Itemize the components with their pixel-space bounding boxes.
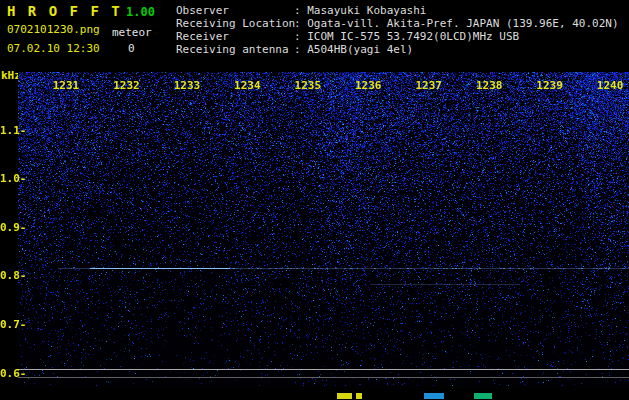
info-value: : Ogata-vill. Akita-Pref. JAPAN (139.96E… — [294, 17, 619, 30]
info-value: : ICOM IC-575 53.7492(0LCD)MHz USB — [294, 30, 519, 43]
x-tick-label: 1238 — [476, 79, 503, 92]
info-label: Receiver — [176, 30, 294, 43]
x-tick-label: 1239 — [536, 79, 563, 92]
app-version: 1.00 — [126, 5, 155, 19]
x-tick-label: 1234 — [234, 79, 261, 92]
y-tick-label: 0.6- — [0, 368, 18, 379]
mode-label: meteor — [112, 26, 152, 39]
info-row: Receiver: ICOM IC-575 53.7492(0LCD)MHz U… — [176, 30, 619, 43]
x-tick-label: 1233 — [174, 79, 201, 92]
info-label: Receiving Location — [176, 17, 294, 30]
y-tick-label: 0.7- — [0, 319, 18, 330]
meteor-count: 0 — [128, 42, 135, 55]
cropped-text-fragment — [474, 393, 492, 399]
y-tick-label: 1.0- — [0, 173, 18, 184]
y-tick-label: 1.1- — [0, 125, 18, 136]
y-tick-label: 0.8- — [0, 270, 18, 281]
info-row: Receiving Location: Ogata-vill. Akita-Pr… — [176, 17, 619, 30]
x-tick-label: 1232 — [113, 79, 140, 92]
station-info: Observer: Masayuki KobayashiReceiving Lo… — [176, 4, 619, 56]
info-label: Receiving antenna — [176, 43, 294, 56]
info-value: : A504HB(yagi 4el) — [294, 43, 413, 56]
x-tick-label: 1231 — [53, 79, 80, 92]
x-tick-label: 1240 — [597, 79, 624, 92]
hrofft-output: H R O F F T 1.00 0702101230.png meteor 0… — [0, 0, 629, 400]
x-tick-label: 1237 — [415, 79, 442, 92]
cropped-text-fragment — [424, 393, 444, 399]
info-value: : Masayuki Kobayashi — [294, 4, 426, 17]
app-title: H R O F F T — [7, 3, 122, 19]
x-tick-label: 1235 — [295, 79, 322, 92]
cropped-text-fragment — [337, 393, 352, 399]
info-row: Observer: Masayuki Kobayashi — [176, 4, 619, 17]
y-tick-label: 0.9- — [0, 222, 18, 233]
info-row: Receiving antenna: A504HB(yagi 4el) — [176, 43, 619, 56]
info-label: Observer — [176, 4, 294, 17]
bottom-strip — [0, 386, 629, 400]
output-filename: 0702101230.png — [7, 23, 100, 36]
cropped-text-fragment — [356, 393, 362, 399]
datetime-label: 07.02.10 12:30 — [7, 42, 100, 55]
x-tick-label: 1236 — [355, 79, 382, 92]
spectrogram-canvas — [18, 72, 629, 386]
